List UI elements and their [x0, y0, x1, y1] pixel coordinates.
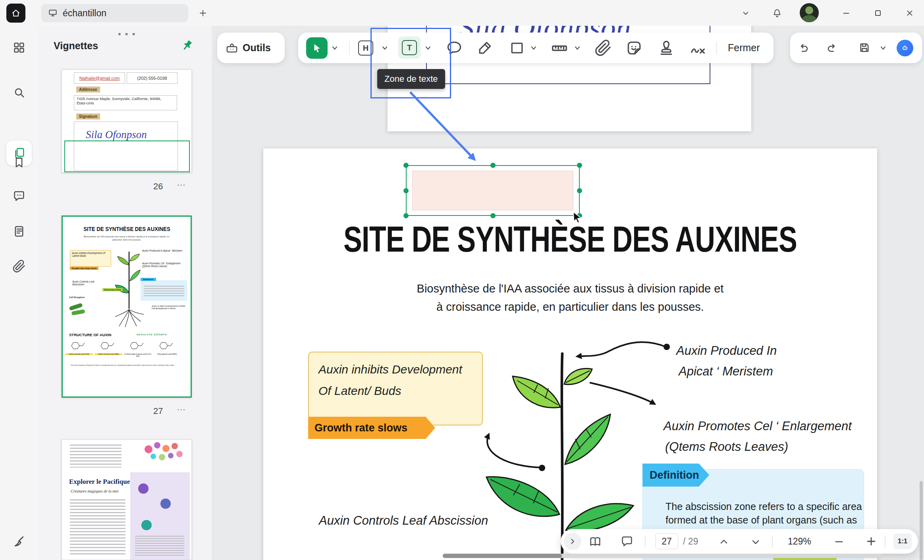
mini27-footnote: Common features shared by these compound…: [71, 364, 183, 367]
measure-tool-chevron[interactable]: [574, 45, 581, 51]
tools-divider-2: [716, 41, 717, 55]
document-tab[interactable]: échantillon: [41, 4, 188, 22]
status-divider-3: [885, 535, 885, 547]
page-number-27[interactable]: 27: [153, 406, 163, 416]
close-icon: [905, 8, 915, 18]
mini27-def-lines: [144, 286, 184, 298]
avatar[interactable]: [800, 3, 819, 22]
note-line2: Of Latent/ Buds: [318, 384, 401, 398]
definition-line2: formed at the base of plant organs (such…: [666, 514, 857, 526]
highlighter-tool[interactable]: [476, 39, 494, 57]
home-button[interactable]: [6, 4, 25, 23]
mini-signature-text: Sila Ofonpson: [86, 129, 147, 141]
tabs-dropdown-button[interactable]: [740, 7, 752, 19]
redo-button[interactable]: [826, 41, 839, 54]
mini27-cell: Cell Elongation: [69, 296, 87, 298]
robot-icon: [900, 43, 910, 53]
mini27-title-wrap: SITE DE SYNTHÈSE DES AUXINES: [63, 225, 191, 233]
comment-mode-button[interactable]: [620, 535, 634, 548]
page-27[interactable]: SITE DE SYNTHÈSE DES AUXINES Biosynthèse…: [263, 148, 877, 560]
mini-address-1: 7425 Avenue Maple, Sunnyvale, Californie…: [77, 96, 174, 101]
page-number-26[interactable]: 26: [153, 181, 163, 192]
outils-button[interactable]: Outils: [217, 33, 285, 63]
reading-mode-button[interactable]: [588, 535, 602, 548]
status-bar: 27 / 29 129% 1:1: [561, 529, 918, 554]
previous-page-button[interactable]: [719, 537, 729, 547]
select-tool[interactable]: [306, 37, 328, 59]
expand-button[interactable]: [564, 533, 581, 550]
mini27-chem-structures: [69, 341, 185, 351]
page-27-menu[interactable]: ⋯: [177, 404, 186, 415]
bookmark-icon: [12, 156, 26, 169]
attach-tool[interactable]: [594, 39, 612, 57]
shape-tool[interactable]: [508, 39, 526, 57]
note-line1: Auxin inhibits Development: [318, 363, 462, 376]
tag-growth-label: Growth rate slows down: [308, 417, 435, 461]
horizontal-scrollbar-thumb[interactable]: [443, 554, 562, 558]
apps-grid-button[interactable]: [12, 41, 26, 54]
textbox-fill[interactable]: [412, 171, 573, 210]
page-26-menu[interactable]: ⋯: [177, 180, 186, 190]
mouse-cursor: [572, 211, 583, 223]
undo-button[interactable]: [797, 41, 810, 54]
maximize-button[interactable]: [872, 7, 884, 19]
mini27-cucumber2: [71, 309, 85, 316]
textbox-selection[interactable]: [406, 165, 580, 216]
stamp-tool[interactable]: [658, 39, 675, 57]
zoom-out-button[interactable]: [834, 537, 844, 547]
save-chevron[interactable]: [880, 45, 886, 51]
ink-signature-button[interactable]: [12, 535, 26, 548]
status-divider-2: [772, 535, 773, 547]
mini28-text-lines-top: [70, 445, 122, 468]
handle-s[interactable]: [490, 213, 496, 218]
summary-button[interactable]: [12, 225, 26, 238]
horizontal-scrollbar[interactable]: [443, 554, 882, 558]
thumbnail-page-27[interactable]: SITE DE SYNTHÈSE DES AUXINES Biosynthèse…: [62, 216, 192, 398]
mini-address-box: 7425 Avenue Maple, Sunnyvale, Californie…: [74, 95, 177, 110]
actual-size-button[interactable]: 1:1: [893, 533, 912, 549]
status-divider-1: [645, 535, 646, 547]
thumbnail-page-28[interactable]: Explorer le Pacifique Créatures magiques…: [62, 439, 192, 560]
zoom-value[interactable]: 129%: [788, 536, 811, 547]
chevron-down-icon: [741, 8, 751, 18]
next-page-button[interactable]: [750, 537, 761, 547]
label-produced-1: Auxin Produced In: [676, 344, 777, 358]
mini-signature-label: Signature: [76, 114, 100, 119]
new-tab-button[interactable]: [197, 7, 209, 19]
handle-e[interactable]: [577, 188, 582, 193]
measure-tool[interactable]: [550, 39, 569, 57]
mini-address-label: Addresse: [76, 87, 100, 92]
avatar-body: [802, 15, 816, 22]
notifications-button[interactable]: [771, 7, 783, 19]
handle-sw[interactable]: [403, 213, 409, 218]
signature-tool[interactable]: [689, 39, 707, 58]
definition-ribbon: Definition: [642, 464, 709, 487]
handle-w[interactable]: [403, 188, 409, 193]
avatar-figure: [805, 6, 813, 14]
home-icon: [11, 8, 21, 18]
save-button[interactable]: [858, 41, 871, 54]
comments-button[interactable]: [12, 190, 26, 203]
vertical-scrollbar-thumb[interactable]: [920, 481, 923, 560]
bookmarks-button[interactable]: [12, 156, 26, 169]
minimize-button[interactable]: [840, 7, 852, 19]
ai-assistant-button[interactable]: [897, 40, 913, 56]
handle-n[interactable]: [490, 163, 496, 168]
pin-icon[interactable]: [178, 37, 196, 55]
mini-email: Nathalie@gmail.com: [79, 76, 120, 81]
select-tool-chevron[interactable]: [332, 45, 338, 51]
note-yellow[interactable]: Auxin inhibits Development Of Latent/ Bu…: [308, 352, 483, 425]
mini28-title: Explorer le Pacifique: [69, 478, 130, 486]
shape-tool-chevron[interactable]: [530, 45, 537, 51]
zoom-in-button[interactable]: [866, 536, 877, 547]
handle-ne[interactable]: [577, 163, 582, 168]
thumbnail-page-26[interactable]: Nathalie@gmail.com (202) 555-0198 Addres…: [62, 69, 192, 173]
search-button[interactable]: [12, 86, 26, 99]
sticker-tool[interactable]: [625, 39, 643, 57]
page-input[interactable]: 27: [655, 533, 678, 549]
attachments-button[interactable]: [12, 260, 26, 273]
fermer-button[interactable]: Fermer: [728, 42, 760, 54]
close-button[interactable]: [904, 7, 916, 19]
tag-growth[interactable]: Growth rate slows down: [308, 417, 435, 439]
panel-drag-handle[interactable]: • • •: [118, 29, 136, 39]
